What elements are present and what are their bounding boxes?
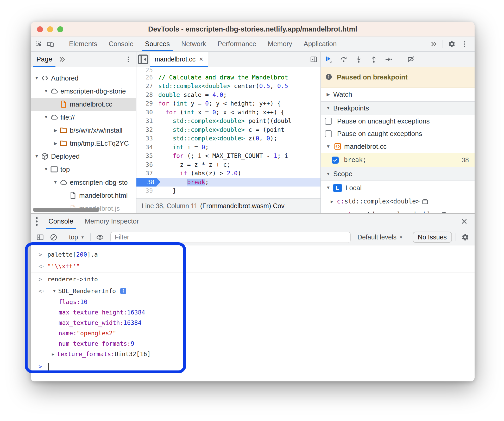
caret-down-icon[interactable]: ▼ — [33, 76, 40, 81]
console-result-object[interactable]: <·▼SDL_RendererInfo — [31, 285, 475, 297]
console-filter-input[interactable] — [110, 232, 351, 243]
code-line-28[interactable]: 28double scale = 4.0; — [136, 90, 320, 99]
console-prompt[interactable]: > — [31, 361, 475, 372]
close-window-button[interactable] — [37, 26, 43, 32]
caret-down-icon[interactable]: ▼ — [43, 89, 49, 94]
clear-console-icon[interactable] — [48, 232, 59, 243]
code-line-27[interactable]: 27std::complex<double> center(0.5, 0.5 — [136, 82, 320, 91]
toggle-debugger-icon[interactable] — [308, 54, 319, 65]
scope-var-center[interactable]: ▶center: std::complex<double> — [321, 208, 475, 213]
close-drawer-icon[interactable] — [458, 216, 470, 227]
tree-item-top[interactable]: ▼top — [31, 163, 136, 176]
line-number[interactable]: 35 — [136, 152, 156, 160]
kebab-menu-icon[interactable] — [459, 38, 470, 50]
scope-var-c[interactable]: ▶c: std::complex<double> — [321, 195, 475, 208]
tree-item-emscripten-dbg-sto[interactable]: ▼emscripten-dbg-sto — [31, 176, 136, 189]
breakpoint-file-row[interactable]: ▼ mandelbrot.cc — [321, 140, 475, 153]
inspect-icon[interactable] — [33, 38, 45, 50]
tab-memory[interactable]: Memory — [262, 36, 298, 51]
tab-application[interactable]: Application — [298, 36, 342, 51]
code-line-35[interactable]: 35 for (; i < MAX_ITER_COUNT - 1; i — [136, 152, 320, 160]
scope-section[interactable]: ▼ Scope — [321, 167, 475, 181]
console-sidebar-icon[interactable] — [34, 232, 46, 243]
caret-down-icon[interactable]: ▼ — [52, 180, 59, 185]
minimize-window-button[interactable] — [47, 26, 53, 32]
memory-chip-icon[interactable] — [440, 210, 448, 213]
tab-elements[interactable]: Elements — [63, 36, 103, 51]
memory-chip-icon[interactable] — [421, 197, 429, 205]
tree-item-authored[interactable]: ▼Authored — [31, 72, 136, 85]
live-expression-eye-icon[interactable] — [94, 232, 106, 243]
code-line-26[interactable]: 26// Calculate and draw the Mandelbrot — [136, 73, 320, 82]
tab-network[interactable]: Network — [175, 36, 212, 51]
issues-button[interactable]: No Issues — [413, 232, 452, 243]
context-selector[interactable]: top ▼ — [67, 233, 87, 241]
resume-icon[interactable] — [323, 54, 334, 65]
line-number[interactable]: 25 — [136, 67, 156, 73]
line-number[interactable]: 26 — [136, 73, 156, 82]
line-number[interactable]: 30 — [136, 108, 156, 117]
more-tabs-icon[interactable] — [428, 38, 439, 50]
tab-sources[interactable]: Sources — [139, 36, 175, 51]
close-tab-icon[interactable]: × — [199, 55, 203, 63]
deactivate-breakpoints-icon[interactable] — [405, 54, 417, 65]
tree-item-emscripten-dbg-storie[interactable]: ▼emscripten-dbg-storie — [31, 85, 136, 98]
breakpoints-section[interactable]: ▼ Breakpoints — [321, 101, 475, 115]
tree-item-b-s-w-ir-x-w-install[interactable]: ▶b/s/w/ir/x/w/install — [31, 124, 136, 137]
line-number[interactable]: 37 — [136, 169, 156, 178]
console-settings-gear-icon[interactable] — [459, 232, 471, 243]
line-number[interactable]: 32 — [136, 125, 156, 134]
line-number[interactable]: 33 — [136, 134, 156, 143]
device-toolbar-icon[interactable] — [45, 38, 56, 50]
scope-local-row[interactable]: ▼ L Local — [321, 181, 475, 195]
zoom-window-button[interactable] — [57, 26, 63, 32]
caret-right-icon[interactable]: ▶ — [52, 128, 59, 133]
code-line-31[interactable]: 31 std::complex<double> point((doubl — [136, 117, 320, 126]
toggle-navigator-icon[interactable] — [136, 52, 150, 67]
caret-down-icon[interactable]: ▼ — [33, 154, 40, 159]
code-line-32[interactable]: 32 std::complex<double> c = (point — [136, 125, 320, 134]
pause-uncaught-checkbox[interactable] — [325, 118, 332, 125]
caret-down-icon[interactable]: ▼ — [53, 288, 56, 293]
editor-tab-mandelbrot[interactable]: mandelbrot.cc × — [150, 52, 208, 67]
line-number[interactable]: 36 — [136, 160, 156, 169]
tree-item-mandelbrot.cc[interactable]: mandelbrot.cc — [31, 98, 136, 111]
step-over-icon[interactable] — [338, 54, 349, 65]
caret-right-icon[interactable]: ▶ — [52, 352, 54, 357]
tree-item-tmp-tmp.elctq2yc[interactable]: ▶tmp/tmp.ELcTq2YC — [31, 137, 136, 150]
log-levels-selector[interactable]: Default levels ▼ — [355, 233, 405, 241]
tree-item-mandelbrot.html[interactable]: mandelbrot.html — [31, 189, 136, 202]
code-line-25[interactable]: 25 — [136, 67, 320, 73]
settings-gear-icon[interactable] — [446, 38, 457, 50]
caret-right-icon[interactable]: ▶ — [52, 141, 59, 146]
kebab-menu-icon[interactable] — [31, 214, 43, 229]
code-line-37[interactable]: 37 if (abs(z) > 2.0) — [136, 169, 320, 178]
drawer-tab-memory-inspector[interactable]: Memory Inspector — [79, 214, 144, 229]
step-icon[interactable] — [383, 54, 395, 65]
code-line-36[interactable]: 36 z = z * z + c; — [136, 160, 320, 169]
horizontal-scrollbar[interactable] — [33, 208, 99, 212]
caret-down-icon[interactable]: ▼ — [43, 115, 49, 120]
code-line-30[interactable]: 30 for (int x = 0; x < width; x++) { — [136, 108, 320, 117]
code-line-38[interactable]: 3838 break; — [136, 178, 320, 187]
line-number[interactable]: 34 — [136, 143, 156, 152]
code-line-34[interactable]: 34 int i = 0; — [136, 143, 320, 152]
step-out-icon[interactable] — [368, 54, 380, 65]
line-number[interactable]: 31 — [136, 117, 156, 126]
line-number[interactable]: 39 — [136, 187, 156, 195]
step-into-icon[interactable] — [353, 54, 364, 65]
breakpoint-entry-row[interactable]: break; 38 — [321, 153, 475, 167]
object-property-texture_formats[interactable]: ▶texture_formats: Uint32[16] — [31, 349, 475, 359]
tree-item-file-[interactable]: ▼file:// — [31, 111, 136, 124]
code-line-29[interactable]: 29for (int y = 0; y < height; y++) { — [136, 99, 320, 108]
wasm-source-link[interactable]: mandelbrot.wasm — [218, 202, 269, 210]
line-number[interactable]: 28 — [136, 90, 156, 99]
code-line-33[interactable]: 33 std::complex<double> z(0, 0); — [136, 134, 320, 143]
watch-section[interactable]: ▶ Watch — [321, 88, 475, 101]
more-tabs-icon[interactable] — [56, 54, 68, 65]
code-line-39[interactable]: 39 } — [136, 187, 320, 195]
tab-console[interactable]: Console — [103, 36, 139, 51]
line-number[interactable]: 27 — [136, 82, 156, 91]
drawer-tab-console[interactable]: Console — [43, 214, 79, 229]
tab-page[interactable]: Page — [32, 52, 56, 67]
